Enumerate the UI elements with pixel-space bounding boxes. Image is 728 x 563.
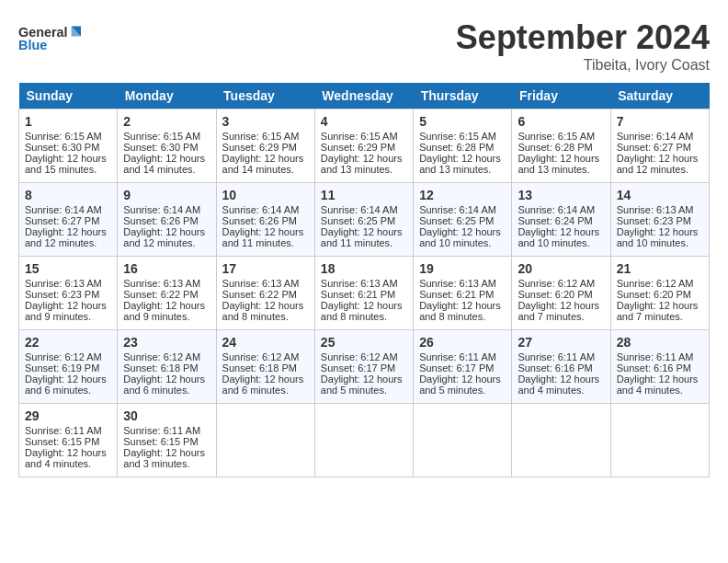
day-info-line: Sunset: 6:15 PM — [25, 436, 111, 447]
day-info-line: and 14 minutes. — [222, 164, 309, 175]
day-number: 22 — [25, 335, 111, 350]
logo: General Blue — [18, 18, 92, 55]
day-number: 1 — [25, 114, 111, 129]
day-number: 6 — [518, 114, 604, 129]
day-info-line: and 12 minutes. — [617, 164, 703, 175]
day-number: 3 — [222, 114, 309, 129]
day-info-line: Sunset: 6:15 PM — [123, 436, 210, 447]
day-number: 18 — [321, 261, 407, 276]
day-info-line: and 8 minutes. — [419, 311, 506, 322]
day-info-line: Sunset: 6:30 PM — [123, 142, 210, 153]
day-info-line: Sunrise: 6:15 AM — [518, 131, 604, 142]
day-info-line: Daylight: 12 hours — [617, 373, 703, 385]
calendar-cell: 30Sunrise: 6:11 AMSunset: 6:15 PMDayligh… — [118, 404, 216, 477]
day-number: 20 — [518, 261, 604, 276]
day-info-line: Sunset: 6:29 PM — [321, 142, 407, 153]
day-info-line: Sunrise: 6:14 AM — [518, 204, 604, 215]
day-info-line: Daylight: 12 hours — [25, 226, 111, 237]
day-info-line: Sunset: 6:18 PM — [123, 362, 210, 373]
day-info-line: Sunrise: 6:13 AM — [321, 278, 407, 289]
day-info-line: Sunrise: 6:15 AM — [222, 131, 309, 142]
day-info-line: Sunrise: 6:11 AM — [123, 425, 210, 436]
calendar-cell: 4Sunrise: 6:15 AMSunset: 6:29 PMDaylight… — [314, 109, 413, 183]
day-info-line: Sunset: 6:25 PM — [419, 215, 506, 226]
day-info-line: Daylight: 12 hours — [25, 153, 111, 164]
logo-svg: General Blue — [18, 18, 92, 55]
calendar-cell — [610, 404, 709, 477]
day-info-line: Sunset: 6:23 PM — [617, 215, 703, 226]
header-day: Monday — [118, 83, 216, 109]
day-info-line: Sunset: 6:25 PM — [321, 215, 407, 226]
day-info-line: Sunset: 6:22 PM — [222, 289, 309, 300]
day-info-line: Sunrise: 6:14 AM — [123, 204, 210, 215]
day-number: 9 — [123, 188, 210, 202]
day-number: 7 — [617, 114, 703, 129]
day-info-line: and 6 minutes. — [25, 385, 111, 396]
day-info-line: Daylight: 12 hours — [222, 300, 309, 311]
day-info-line: Sunset: 6:18 PM — [222, 362, 309, 373]
day-number: 29 — [25, 408, 111, 423]
day-number: 26 — [419, 335, 506, 350]
day-info-line: Daylight: 12 hours — [617, 226, 703, 237]
day-info-line: and 13 minutes. — [321, 164, 407, 175]
day-info-line: Daylight: 12 hours — [617, 153, 703, 164]
header-day: Tuesday — [216, 83, 314, 109]
day-info-line: and 6 minutes. — [222, 385, 309, 396]
calendar-body: 1Sunrise: 6:15 AMSunset: 6:30 PMDaylight… — [19, 109, 710, 477]
day-info-line: Daylight: 12 hours — [321, 373, 407, 385]
calendar-cell: 6Sunrise: 6:15 AMSunset: 6:28 PMDaylight… — [512, 109, 610, 183]
day-info-line: and 10 minutes. — [419, 237, 506, 248]
day-info-line: Sunrise: 6:12 AM — [25, 351, 111, 362]
location: Tibeita, Ivory Coast — [456, 57, 710, 74]
calendar-week-row: 8Sunrise: 6:14 AMSunset: 6:27 PMDaylight… — [19, 183, 710, 257]
day-number: 5 — [419, 114, 506, 129]
day-info-line: Sunset: 6:22 PM — [123, 289, 210, 300]
day-info-line: and 11 minutes. — [321, 237, 407, 248]
calendar-cell: 11Sunrise: 6:14 AMSunset: 6:25 PMDayligh… — [314, 183, 413, 257]
day-info-line: and 3 minutes. — [123, 458, 210, 469]
calendar-cell: 27Sunrise: 6:11 AMSunset: 6:16 PMDayligh… — [512, 330, 610, 404]
day-info-line: Sunset: 6:16 PM — [518, 362, 604, 373]
day-info-line: and 5 minutes. — [419, 385, 506, 396]
calendar-cell: 1Sunrise: 6:15 AMSunset: 6:30 PMDaylight… — [19, 109, 118, 183]
day-info-line: and 5 minutes. — [321, 385, 407, 396]
day-info-line: Sunrise: 6:14 AM — [321, 204, 407, 215]
day-info-line: Daylight: 12 hours — [222, 226, 309, 237]
calendar-cell — [414, 404, 512, 477]
day-info-line: Sunrise: 6:12 AM — [617, 278, 703, 289]
day-number: 2 — [123, 114, 210, 129]
day-info-line: Sunrise: 6:12 AM — [123, 351, 210, 362]
day-info-line: and 15 minutes. — [25, 164, 111, 175]
calendar-cell: 15Sunrise: 6:13 AMSunset: 6:23 PMDayligh… — [19, 257, 118, 330]
day-info-line: Daylight: 12 hours — [321, 226, 407, 237]
calendar-cell: 12Sunrise: 6:14 AMSunset: 6:25 PMDayligh… — [414, 183, 512, 257]
day-info-line: Sunset: 6:19 PM — [25, 362, 111, 373]
day-info-line: Sunset: 6:28 PM — [419, 142, 506, 153]
day-info-line: and 8 minutes. — [321, 311, 407, 322]
calendar-cell — [314, 404, 413, 477]
day-info-line: Daylight: 12 hours — [25, 300, 111, 311]
day-info-line: Sunset: 6:20 PM — [617, 289, 703, 300]
calendar-week-row: 1Sunrise: 6:15 AMSunset: 6:30 PMDaylight… — [19, 109, 710, 183]
day-info-line: Daylight: 12 hours — [123, 153, 210, 164]
day-info-line: Daylight: 12 hours — [617, 300, 703, 311]
calendar-cell: 16Sunrise: 6:13 AMSunset: 6:22 PMDayligh… — [118, 257, 216, 330]
header-day: Friday — [512, 83, 610, 109]
day-number: 19 — [419, 261, 506, 276]
day-info-line: Daylight: 12 hours — [518, 373, 604, 385]
day-info-line: Sunset: 6:29 PM — [222, 142, 309, 153]
day-info-line: Sunrise: 6:15 AM — [419, 131, 506, 142]
day-info-line: Sunrise: 6:14 AM — [617, 131, 703, 142]
calendar-cell: 3Sunrise: 6:15 AMSunset: 6:29 PMDaylight… — [216, 109, 314, 183]
day-info-line: Daylight: 12 hours — [419, 153, 506, 164]
day-number: 27 — [518, 335, 604, 350]
calendar-cell: 23Sunrise: 6:12 AMSunset: 6:18 PMDayligh… — [118, 330, 216, 404]
day-info-line: Daylight: 12 hours — [222, 153, 309, 164]
day-info-line: Daylight: 12 hours — [419, 373, 506, 385]
day-info-line: Sunset: 6:28 PM — [518, 142, 604, 153]
day-info-line: Daylight: 12 hours — [25, 373, 111, 385]
calendar-cell: 21Sunrise: 6:12 AMSunset: 6:20 PMDayligh… — [610, 257, 709, 330]
calendar-cell: 25Sunrise: 6:12 AMSunset: 6:17 PMDayligh… — [314, 330, 413, 404]
day-info-line: Sunrise: 6:14 AM — [222, 204, 309, 215]
day-info-line: and 11 minutes. — [222, 237, 309, 248]
